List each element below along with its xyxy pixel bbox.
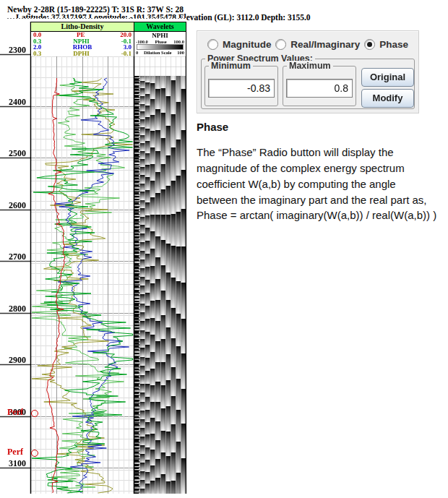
curve-scale-row-dphi: 0.3DPHI-0.1 — [31, 51, 134, 57]
radio-label: Real/Imaginary — [290, 39, 360, 50]
track-header-wavelets: Wavelets — [134, 22, 186, 32]
phase-scale-max: 100.0 — [173, 39, 184, 44]
radio-phase[interactable]: Phase — [364, 39, 408, 50]
radio-unselected-icon[interactable] — [207, 39, 218, 50]
dilation-scale-row: 0 Dilation Scale 100 — [134, 50, 186, 55]
radio-label: Phase — [379, 39, 408, 50]
power-spectrum-values-group: Power Spectrum Values: Minimum -0.83 Max… — [201, 59, 415, 109]
curve-name: DPHI — [73, 51, 90, 57]
curve-scale-rows: 0.0PE20.00.3NPHI-0.12.0RHOB3.00.3DPHI-0.… — [30, 32, 134, 56]
depth-tick-label: 2500 — [1, 148, 26, 159]
radio-real-imaginary[interactable]: Real/Imaginary — [275, 39, 360, 50]
dilation-label: Dilation Scale — [144, 50, 171, 55]
display-mode-radio-group: MagnitudeReal/ImaginaryPhase — [207, 38, 408, 51]
minimum-value-field[interactable]: -0.83 — [208, 79, 275, 98]
phase-grayscale-bar — [137, 44, 184, 50]
phase-scale-min: -100.0 — [136, 39, 148, 44]
radio-magnitude[interactable]: Magnitude — [207, 39, 272, 50]
depth-tick-label: 2400 — [1, 97, 26, 108]
depth-tick-label: 2800 — [1, 304, 26, 314]
log-plot-canvas — [0, 18, 186, 494]
minimum-title: Minimum — [209, 61, 253, 71]
perf-circle-icon — [31, 450, 38, 457]
maximum-value-field[interactable]: 0.8 — [286, 79, 353, 98]
wavelet-display-dialog: MagnitudeReal/ImaginaryPhase Power Spect… — [197, 30, 419, 113]
phase-scale-label: Phase — [155, 39, 166, 44]
dilation-max: 100 — [177, 50, 184, 55]
curve-scale: 0.3 — [33, 51, 41, 57]
depth-tick-label: 3100 — [1, 458, 26, 469]
radio-selected-icon[interactable] — [364, 39, 375, 50]
radio-label: Magnitude — [223, 39, 272, 50]
dilation-min: 0 — [136, 50, 138, 55]
perf-label: Perf — [7, 407, 23, 418]
depth-tick-label: 2600 — [1, 200, 26, 211]
depth-tick-label: 2700 — [1, 252, 26, 262]
radio-unselected-icon[interactable] — [275, 39, 286, 50]
modify-button[interactable]: Modify — [361, 89, 414, 108]
doc-formula: Phase = arctan( imaginary(W(a,b)) / real… — [197, 209, 436, 221]
doc-paragraph: The “Phase” Radio button will display th… — [197, 145, 448, 208]
phase-scale-row: -100.0 Phase 100.0 — [134, 39, 186, 44]
minimum-group: Minimum -0.83 — [204, 66, 278, 106]
depth-tick-label: 2300 — [1, 45, 26, 56]
wavelet-input-curve: NPHI — [134, 32, 186, 39]
original-button[interactable]: Original — [361, 68, 414, 87]
doc-heading: Phase — [197, 121, 228, 133]
curve-scale: -0.1 — [121, 51, 132, 57]
perf-label: Perf — [7, 447, 23, 458]
maximum-group: Maximum 0.8 — [283, 66, 356, 106]
spectrum-buttons: Original Modify — [361, 68, 414, 110]
track-header-litho-density: Litho-Density — [30, 22, 134, 32]
maximum-title: Maximum — [287, 61, 333, 71]
wavelet-track-header: NPHI -100.0 Phase 100.0 0 Dilation Scale… — [134, 32, 186, 56]
depth-tick-label: 2900 — [1, 355, 26, 366]
perf-circle-icon — [31, 410, 38, 417]
